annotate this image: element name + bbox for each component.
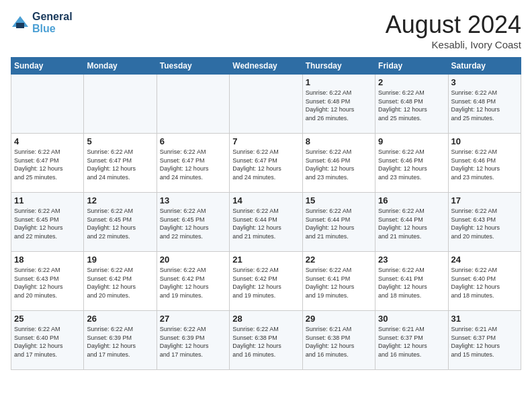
calendar-cell: 12Sunrise: 6:22 AM Sunset: 6:45 PM Dayli… [84,193,157,252]
day-number: 14 [232,195,299,205]
weekday-header-saturday: Saturday [448,58,521,75]
day-info: Sunrise: 6:22 AM Sunset: 6:47 PM Dayligh… [14,148,81,181]
calendar-table: SundayMondayTuesdayWednesdayThursdayFrid… [11,57,521,370]
calendar-cell: 9Sunrise: 6:22 AM Sunset: 6:46 PM Daylig… [375,134,448,193]
svg-rect-2 [16,23,24,28]
day-number: 19 [87,255,153,265]
day-info: Sunrise: 6:22 AM Sunset: 6:41 PM Dayligh… [306,266,372,300]
day-number: 24 [451,255,518,265]
month-year-title: August 2024 [386,11,521,39]
day-info: Sunrise: 6:22 AM Sunset: 6:39 PM Dayligh… [87,325,153,359]
calendar-cell: 30Sunrise: 6:21 AM Sunset: 6:37 PM Dayli… [375,311,448,370]
calendar-week-row: 1Sunrise: 6:22 AM Sunset: 6:48 PM Daylig… [11,75,521,134]
calendar-cell: 8Sunrise: 6:22 AM Sunset: 6:46 PM Daylig… [302,134,375,193]
day-number: 31 [451,314,518,324]
day-info: Sunrise: 6:21 AM Sunset: 6:38 PM Dayligh… [306,325,372,359]
calendar-week-row: 25Sunrise: 6:22 AM Sunset: 6:40 PM Dayli… [11,311,521,370]
calendar-week-row: 18Sunrise: 6:22 AM Sunset: 6:43 PM Dayli… [11,252,521,311]
day-info: Sunrise: 6:22 AM Sunset: 6:45 PM Dayligh… [14,207,81,240]
title-area: August 2024 Kesabli, Ivory Coast [386,11,521,50]
day-number: 4 [14,136,81,146]
day-number: 10 [451,136,518,146]
calendar-cell: 19Sunrise: 6:22 AM Sunset: 6:42 PM Dayli… [84,252,157,311]
weekday-header-thursday: Thursday [302,58,375,75]
calendar-cell: 29Sunrise: 6:21 AM Sunset: 6:38 PM Dayli… [302,311,375,370]
calendar-cell: 5Sunrise: 6:22 AM Sunset: 6:47 PM Daylig… [84,134,157,193]
day-number: 17 [451,195,518,205]
calendar-body: 1Sunrise: 6:22 AM Sunset: 6:48 PM Daylig… [11,75,521,370]
day-info: Sunrise: 6:22 AM Sunset: 6:48 PM Dayligh… [378,89,445,122]
day-info: Sunrise: 6:22 AM Sunset: 6:48 PM Dayligh… [306,89,372,122]
calendar-header: SundayMondayTuesdayWednesdayThursdayFrid… [11,58,521,75]
logo-icon [11,13,30,32]
day-number: 28 [232,314,299,324]
day-info: Sunrise: 6:22 AM Sunset: 6:44 PM Dayligh… [378,207,445,240]
calendar-week-row: 11Sunrise: 6:22 AM Sunset: 6:45 PM Dayli… [11,193,521,252]
calendar-cell: 31Sunrise: 6:21 AM Sunset: 6:37 PM Dayli… [448,311,521,370]
day-number: 25 [14,314,81,324]
day-number: 3 [451,77,518,87]
calendar-cell: 22Sunrise: 6:22 AM Sunset: 6:41 PM Dayli… [302,252,375,311]
location-subtitle: Kesabli, Ivory Coast [386,39,521,50]
calendar-cell [11,75,84,134]
day-info: Sunrise: 6:22 AM Sunset: 6:40 PM Dayligh… [14,325,81,359]
day-info: Sunrise: 6:22 AM Sunset: 6:44 PM Dayligh… [232,207,299,240]
day-number: 27 [160,314,226,324]
day-number: 29 [306,314,372,324]
day-number: 16 [378,195,445,205]
day-info: Sunrise: 6:22 AM Sunset: 6:42 PM Dayligh… [160,266,226,300]
calendar-cell: 10Sunrise: 6:22 AM Sunset: 6:46 PM Dayli… [448,134,521,193]
day-info: Sunrise: 6:22 AM Sunset: 6:46 PM Dayligh… [451,148,518,181]
weekday-header-tuesday: Tuesday [157,58,229,75]
calendar-cell: 17Sunrise: 6:22 AM Sunset: 6:43 PM Dayli… [448,193,521,252]
day-info: Sunrise: 6:22 AM Sunset: 6:45 PM Dayligh… [87,207,153,240]
day-info: Sunrise: 6:22 AM Sunset: 6:47 PM Dayligh… [232,148,299,181]
day-number: 21 [232,255,299,265]
day-number: 18 [14,255,81,265]
day-info: Sunrise: 6:22 AM Sunset: 6:47 PM Dayligh… [87,148,153,181]
day-info: Sunrise: 6:22 AM Sunset: 6:45 PM Dayligh… [160,207,226,240]
day-info: Sunrise: 6:22 AM Sunset: 6:43 PM Dayligh… [451,207,518,240]
day-info: Sunrise: 6:22 AM Sunset: 6:40 PM Dayligh… [451,266,518,300]
calendar-cell: 24Sunrise: 6:22 AM Sunset: 6:40 PM Dayli… [448,252,521,311]
calendar-cell: 7Sunrise: 6:22 AM Sunset: 6:47 PM Daylig… [230,134,302,193]
day-info: Sunrise: 6:22 AM Sunset: 6:48 PM Dayligh… [451,89,518,122]
day-info: Sunrise: 6:22 AM Sunset: 6:46 PM Dayligh… [306,148,372,181]
calendar-cell [230,75,302,134]
calendar-cell: 28Sunrise: 6:22 AM Sunset: 6:38 PM Dayli… [230,311,302,370]
calendar-cell: 4Sunrise: 6:22 AM Sunset: 6:47 PM Daylig… [11,134,84,193]
day-info: Sunrise: 6:22 AM Sunset: 6:42 PM Dayligh… [232,266,299,300]
calendar-cell: 21Sunrise: 6:22 AM Sunset: 6:42 PM Dayli… [230,252,302,311]
calendar-cell: 2Sunrise: 6:22 AM Sunset: 6:48 PM Daylig… [375,75,448,134]
day-info: Sunrise: 6:22 AM Sunset: 6:39 PM Dayligh… [160,325,226,359]
day-number: 7 [232,136,299,146]
calendar-cell: 27Sunrise: 6:22 AM Sunset: 6:39 PM Dayli… [157,311,229,370]
day-number: 2 [378,77,445,87]
calendar-cell [157,75,229,134]
weekday-header-wednesday: Wednesday [230,58,302,75]
calendar-cell: 20Sunrise: 6:22 AM Sunset: 6:42 PM Dayli… [157,252,229,311]
day-info: Sunrise: 6:22 AM Sunset: 6:42 PM Dayligh… [87,266,153,300]
calendar-cell [84,75,157,134]
weekday-header-row: SundayMondayTuesdayWednesdayThursdayFrid… [11,58,521,75]
calendar-cell: 16Sunrise: 6:22 AM Sunset: 6:44 PM Dayli… [375,193,448,252]
calendar-cell: 26Sunrise: 6:22 AM Sunset: 6:39 PM Dayli… [84,311,157,370]
day-info: Sunrise: 6:22 AM Sunset: 6:46 PM Dayligh… [378,148,445,181]
day-info: Sunrise: 6:22 AM Sunset: 6:47 PM Dayligh… [160,148,226,181]
day-number: 11 [14,195,81,205]
logo-text: General Blue [32,11,73,35]
header: General Blue August 2024 Kesabli, Ivory … [11,11,521,50]
day-number: 8 [306,136,372,146]
day-info: Sunrise: 6:21 AM Sunset: 6:37 PM Dayligh… [451,325,518,359]
calendar-cell: 18Sunrise: 6:22 AM Sunset: 6:43 PM Dayli… [11,252,84,311]
day-number: 22 [306,255,372,265]
calendar-cell: 14Sunrise: 6:22 AM Sunset: 6:44 PM Dayli… [230,193,302,252]
day-number: 9 [378,136,445,146]
calendar-cell: 13Sunrise: 6:22 AM Sunset: 6:45 PM Dayli… [157,193,229,252]
calendar-cell: 15Sunrise: 6:22 AM Sunset: 6:44 PM Dayli… [302,193,375,252]
day-number: 23 [378,255,445,265]
weekday-header-friday: Friday [375,58,448,75]
day-info: Sunrise: 6:21 AM Sunset: 6:37 PM Dayligh… [378,325,445,359]
logo: General Blue [11,11,73,35]
calendar-cell: 11Sunrise: 6:22 AM Sunset: 6:45 PM Dayli… [11,193,84,252]
